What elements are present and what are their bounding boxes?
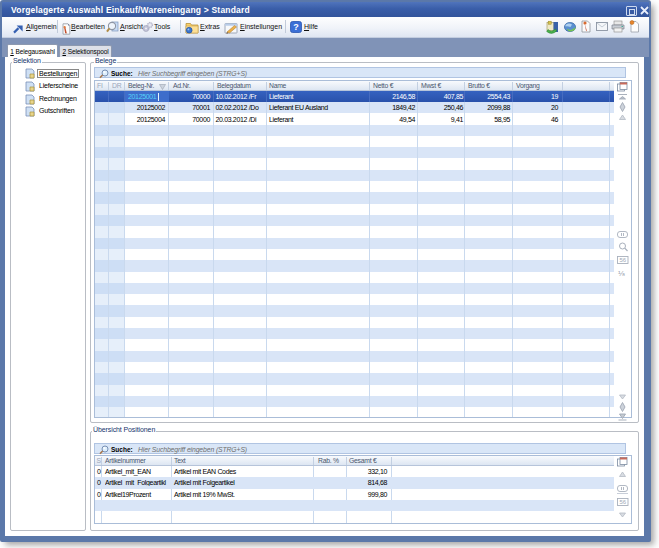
svg-text:56: 56 bbox=[619, 499, 626, 505]
svg-text:?: ? bbox=[293, 22, 299, 32]
svg-text:56: 56 bbox=[619, 257, 626, 263]
